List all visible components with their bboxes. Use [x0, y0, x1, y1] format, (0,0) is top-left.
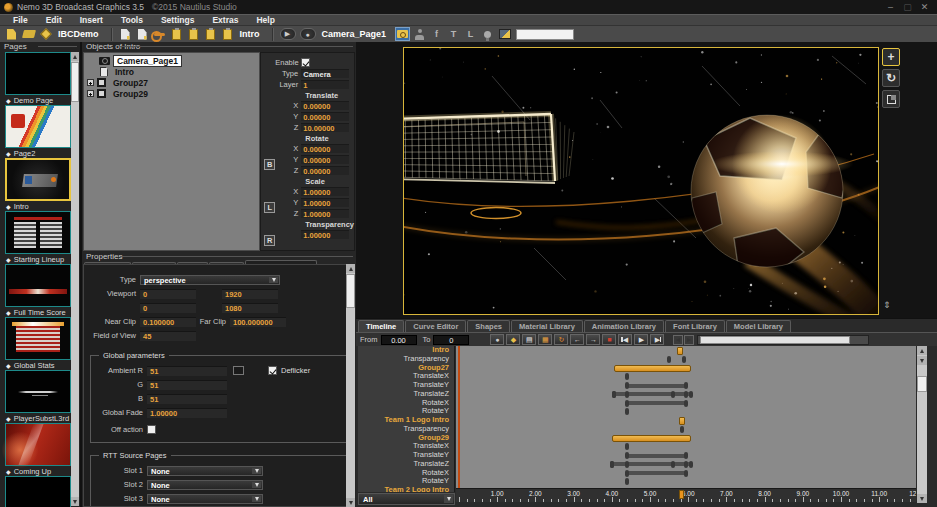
scroll-down-icon[interactable]: [917, 494, 927, 503]
scroll-right-icon[interactable]: [684, 335, 694, 345]
track-row-1[interactable]: [456, 355, 916, 364]
duplicate-page-button[interactable]: [220, 27, 235, 41]
page-label-row[interactable]: ◆Page2: [2, 148, 72, 158]
page-thumbnail-demo-page[interactable]: [5, 52, 71, 95]
slot-dropdown-3[interactable]: None: [147, 494, 263, 504]
b-button[interactable]: B: [264, 159, 275, 170]
track-row-4[interactable]: [456, 381, 916, 390]
add-key-button[interactable]: ◆: [506, 334, 520, 345]
rotate-tool[interactable]: ↻: [882, 69, 900, 87]
keyframe[interactable]: [625, 470, 629, 477]
tree-item-intro[interactable]: Intro: [84, 66, 259, 77]
paste-keys-button[interactable]: ▦: [538, 334, 552, 345]
minimize-button[interactable]: –: [882, 2, 899, 12]
cycle-button[interactable]: ↻: [554, 334, 568, 345]
track-row-12[interactable]: [456, 451, 916, 460]
edit-page-button[interactable]: [135, 27, 150, 41]
cut-page-button[interactable]: [169, 27, 184, 41]
keyframe[interactable]: [625, 382, 629, 389]
page-thumbnail-page2[interactable]: [5, 105, 71, 148]
page-thumbnail-playersubstl3rd[interactable]: [5, 370, 71, 413]
page-label-row[interactable]: ◆Demo Page: [2, 95, 72, 105]
timeline-tab-font-library[interactable]: Font Library: [665, 320, 725, 332]
anim-span[interactable]: [627, 454, 686, 458]
anim-span[interactable]: [627, 384, 686, 388]
anim-span[interactable]: [627, 401, 686, 405]
scroll-down-icon[interactable]: [71, 497, 79, 506]
go-start-button[interactable]: ◀: [618, 334, 632, 345]
menu-item-tools[interactable]: Tools: [112, 15, 152, 25]
page-thumbnail-global-stats[interactable]: [5, 317, 71, 360]
next-key-button[interactable]: →: [586, 334, 600, 345]
copy-page-button[interactable]: [186, 27, 201, 41]
slot-dropdown-2[interactable]: None: [147, 480, 263, 490]
track-name-team-2-logo-intro[interactable]: Team 2 Logo Intro: [358, 486, 454, 492]
keyframe[interactable]: [625, 478, 629, 485]
track-row-15[interactable]: [456, 477, 916, 486]
keyframe[interactable]: [612, 391, 616, 398]
close-button[interactable]: ✕: [916, 2, 933, 12]
l-button[interactable]: L: [264, 202, 275, 213]
enable-checkbox[interactable]: [301, 58, 310, 67]
menu-item-insert[interactable]: Insert: [71, 15, 112, 25]
keyframe[interactable]: [671, 391, 675, 398]
add-light-button[interactable]: [480, 27, 495, 41]
properties-scrollbar[interactable]: [346, 264, 355, 507]
page-label-row[interactable]: ◆Full Time Score: [2, 307, 72, 317]
scale-z-field[interactable]: 1.00000: [301, 209, 349, 218]
new-project-button[interactable]: [4, 27, 19, 41]
track-row-14[interactable]: [456, 469, 916, 478]
to-field[interactable]: 0: [433, 335, 469, 345]
timeline-tab-curve-editor[interactable]: Curve Editor: [405, 320, 466, 332]
add-text-button[interactable]: T: [446, 27, 461, 41]
timeline-tab-timeline[interactable]: Timeline: [358, 320, 404, 332]
timeline-track-canvas[interactable]: [456, 346, 916, 488]
pages-scrollbar[interactable]: [71, 52, 79, 506]
track-row-6[interactable]: [456, 399, 916, 408]
tree-item-group27[interactable]: Group27: [84, 77, 259, 88]
page-label-row[interactable]: ◆Global Stats: [2, 360, 72, 370]
page-thumbnail-intro[interactable]: [5, 158, 71, 201]
rotate-y-field[interactable]: 0.00000: [301, 155, 349, 164]
viewport-resize-handle[interactable]: ⇕: [883, 300, 891, 310]
scroll-down-icon[interactable]: [917, 356, 927, 365]
scroll-up-icon[interactable]: [346, 264, 355, 273]
take-page-button[interactable]: ●: [300, 28, 316, 40]
scroll-up-icon[interactable]: [71, 52, 79, 61]
menu-item-edit[interactable]: Edit: [37, 15, 71, 25]
track-filter-dropdown[interactable]: All: [358, 493, 455, 505]
viewport-width-field[interactable]: 1920: [222, 289, 278, 299]
tree-item-camera_page1[interactable]: Camera_Page1: [84, 55, 259, 66]
track-row-8[interactable]: [456, 416, 916, 425]
rotate-x-field[interactable]: 0.00000: [301, 144, 349, 153]
keyframe[interactable]: [625, 452, 629, 459]
expander-plus-icon[interactable]: [87, 79, 94, 86]
prev-key-button[interactable]: ←: [570, 334, 584, 345]
track-row-7[interactable]: [456, 407, 916, 416]
add-group-button[interactable]: [412, 27, 427, 41]
track-row-3[interactable]: [456, 372, 916, 381]
page-thumbnail-partial[interactable]: [5, 476, 71, 507]
scroll-up-icon[interactable]: [917, 346, 927, 355]
transparency-field[interactable]: 1.00000: [301, 230, 349, 239]
track-row-0[interactable]: [456, 346, 916, 355]
global-fade-field[interactable]: 1.00000: [147, 408, 227, 418]
ambient-g-field[interactable]: 51: [147, 380, 227, 390]
scrollbar-thumb[interactable]: [700, 336, 850, 344]
slot-dropdown-1[interactable]: None: [147, 466, 263, 476]
move-tool[interactable]: +: [882, 48, 900, 66]
keyframe[interactable]: [625, 391, 629, 398]
add-image-button[interactable]: [497, 27, 512, 41]
menu-item-extras[interactable]: Extras: [203, 15, 247, 25]
ambient-r-field[interactable]: 51: [147, 366, 227, 376]
keyframe[interactable]: [671, 461, 675, 468]
menu-item-file[interactable]: File: [4, 15, 37, 25]
keyframe[interactable]: [625, 400, 629, 407]
viewport-x-field[interactable]: 0: [140, 289, 196, 299]
keyframe[interactable]: [682, 356, 686, 363]
keyframe[interactable]: [689, 461, 693, 468]
timeline-ruler[interactable]: 1.002.003.004.005.006.007.008.009.0010.0…: [456, 488, 916, 502]
keyframe[interactable]: [667, 356, 671, 363]
anim-span[interactable]: [627, 471, 686, 475]
object-search-input[interactable]: [516, 29, 574, 40]
